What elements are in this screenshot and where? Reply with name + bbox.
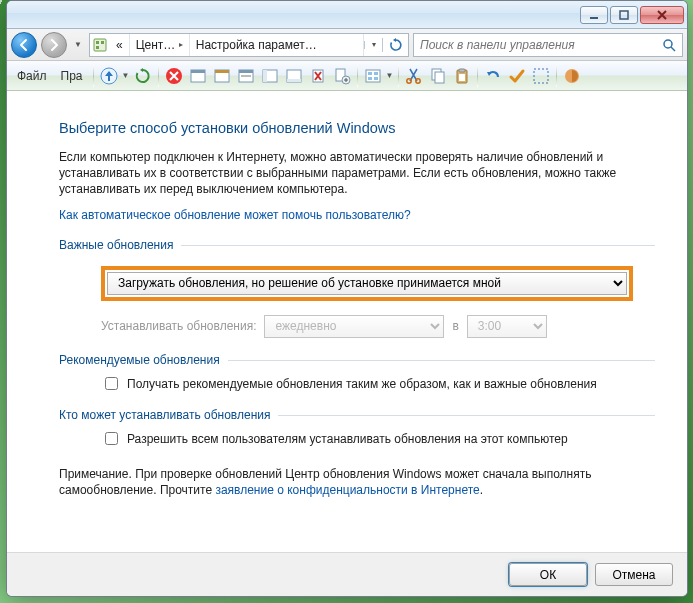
svg-rect-34 bbox=[459, 69, 465, 72]
nav-up-dropdown[interactable]: ▼ bbox=[122, 71, 130, 80]
section-important-label: Важные обновления bbox=[59, 237, 181, 253]
nav-up-icon[interactable] bbox=[98, 65, 120, 87]
window-icon-3[interactable] bbox=[235, 65, 257, 87]
svg-rect-13 bbox=[215, 70, 229, 73]
stop-icon[interactable] bbox=[163, 65, 185, 87]
nav-history-dropdown[interactable]: ▼ bbox=[71, 41, 85, 49]
select-mode-icon[interactable] bbox=[530, 65, 552, 87]
confirm-icon[interactable] bbox=[506, 65, 528, 87]
svg-rect-35 bbox=[459, 74, 465, 81]
highlight-box: Загружать обновления, но решение об уста… bbox=[101, 266, 633, 301]
window-icon-4[interactable] bbox=[259, 65, 281, 87]
cut-icon[interactable] bbox=[403, 65, 425, 87]
close-button[interactable] bbox=[640, 6, 684, 24]
svg-rect-27 bbox=[368, 77, 372, 80]
window-icon-2[interactable] bbox=[211, 65, 233, 87]
svg-rect-36 bbox=[534, 69, 548, 83]
nav-back-button[interactable] bbox=[11, 32, 37, 58]
delete-icon[interactable] bbox=[307, 65, 329, 87]
svg-rect-4 bbox=[101, 41, 104, 44]
recommended-checkbox[interactable] bbox=[105, 377, 118, 390]
search-box[interactable] bbox=[413, 33, 683, 57]
page-heading: Выберите способ установки обновлений Win… bbox=[59, 119, 655, 139]
undo-icon[interactable] bbox=[482, 65, 504, 87]
svg-rect-1 bbox=[620, 11, 628, 19]
breadcrumb-bar[interactable]: « Цент… ▸ Настройка парамет… ▾ bbox=[89, 33, 409, 57]
menu-file[interactable]: Файл bbox=[11, 65, 53, 87]
breadcrumb-dropdown[interactable]: ▾ bbox=[364, 41, 382, 49]
recommended-checkbox-label: Получать рекомендуемые обновления таким … bbox=[127, 376, 597, 392]
settings-window: ▼ « Цент… ▸ Настройка парамет… ▾ Файл Пр… bbox=[6, 0, 688, 597]
svg-point-30 bbox=[415, 78, 419, 82]
section-who-can-install: Кто может устанавливать обновления bbox=[59, 407, 655, 423]
refresh-button[interactable] bbox=[382, 38, 408, 52]
navigation-bar: ▼ « Цент… ▸ Настройка парамет… ▾ bbox=[7, 29, 687, 61]
breadcrumb-segment-2[interactable]: Настройка парамет… bbox=[190, 34, 364, 56]
search-input[interactable] bbox=[414, 34, 656, 56]
svg-rect-11 bbox=[191, 70, 205, 73]
svg-rect-2 bbox=[94, 39, 106, 51]
view-icon[interactable] bbox=[362, 65, 384, 87]
ok-button[interactable]: ОК bbox=[509, 563, 587, 586]
who-checkbox-row[interactable]: Разрешить всем пользователям устанавлива… bbox=[101, 431, 655, 448]
svg-rect-5 bbox=[96, 46, 99, 49]
svg-point-29 bbox=[406, 78, 410, 82]
svg-rect-15 bbox=[239, 70, 253, 73]
svg-rect-18 bbox=[263, 70, 267, 82]
schedule-label: Устанавливать обновления: bbox=[101, 318, 256, 334]
who-checkbox-label: Разрешить всем пользователям устанавлива… bbox=[127, 431, 568, 447]
view-dropdown[interactable]: ▼ bbox=[386, 71, 394, 80]
page-description: Если компьютер подключен к Интернету, мо… bbox=[59, 149, 655, 198]
svg-rect-26 bbox=[374, 72, 378, 75]
control-panel-icon bbox=[90, 37, 110, 53]
breadcrumb-segment-1[interactable]: Цент… ▸ bbox=[130, 34, 190, 56]
maximize-button[interactable] bbox=[610, 6, 638, 24]
svg-rect-0 bbox=[590, 17, 598, 19]
copy-icon[interactable] bbox=[427, 65, 449, 87]
window-icon-5[interactable] bbox=[283, 65, 305, 87]
section-important-updates: Важные обновления bbox=[59, 237, 655, 253]
svg-rect-24 bbox=[366, 70, 380, 82]
section-who-label: Кто может устанавливать обновления bbox=[59, 407, 278, 423]
cancel-button[interactable]: Отмена bbox=[595, 563, 673, 586]
window-titlebar bbox=[7, 1, 687, 29]
recommended-checkbox-row[interactable]: Получать рекомендуемые обновления таким … bbox=[101, 376, 655, 393]
schedule-time-select: 3:00 bbox=[467, 315, 547, 338]
svg-rect-25 bbox=[368, 72, 372, 75]
svg-rect-3 bbox=[96, 41, 99, 44]
refresh-icon[interactable] bbox=[132, 65, 154, 87]
minimize-button[interactable] bbox=[580, 6, 608, 24]
toolbar: Файл Пра ▼ ▼ bbox=[7, 61, 687, 91]
schedule-row: Устанавливать обновления: ежедневно в 3:… bbox=[101, 315, 655, 338]
svg-rect-16 bbox=[241, 75, 251, 77]
privacy-link[interactable]: заявление о конфиденциальности в Интерне… bbox=[215, 483, 479, 497]
important-updates-select[interactable]: Загружать обновления, но решение об уста… bbox=[107, 272, 627, 295]
properties-icon[interactable] bbox=[331, 65, 353, 87]
extras-icon[interactable] bbox=[561, 65, 583, 87]
content-area: Выберите способ установки обновлений Win… bbox=[7, 91, 687, 552]
svg-line-7 bbox=[671, 47, 675, 51]
schedule-freq-select: ежедневно bbox=[264, 315, 444, 338]
window-icon-1[interactable] bbox=[187, 65, 209, 87]
svg-rect-32 bbox=[435, 72, 444, 83]
section-recommended-label: Рекомендуемые обновления bbox=[59, 352, 228, 368]
schedule-at: в bbox=[452, 318, 458, 334]
breadcrumb-prev-chevron[interactable]: « bbox=[110, 34, 130, 56]
svg-rect-20 bbox=[287, 79, 301, 82]
who-checkbox[interactable] bbox=[105, 432, 118, 445]
menu-edit[interactable]: Пра bbox=[55, 65, 89, 87]
svg-rect-28 bbox=[374, 77, 378, 80]
note-text: Примечание. При проверке обновлений Цент… bbox=[59, 466, 655, 498]
section-recommended-updates: Рекомендуемые обновления bbox=[59, 352, 655, 368]
paste-icon[interactable] bbox=[451, 65, 473, 87]
help-link[interactable]: Как автоматическое обновление может помо… bbox=[59, 208, 411, 222]
nav-forward-button[interactable] bbox=[41, 32, 67, 58]
dialog-footer: ОК Отмена bbox=[7, 552, 687, 596]
svg-point-6 bbox=[664, 40, 672, 48]
search-icon[interactable] bbox=[656, 38, 682, 52]
